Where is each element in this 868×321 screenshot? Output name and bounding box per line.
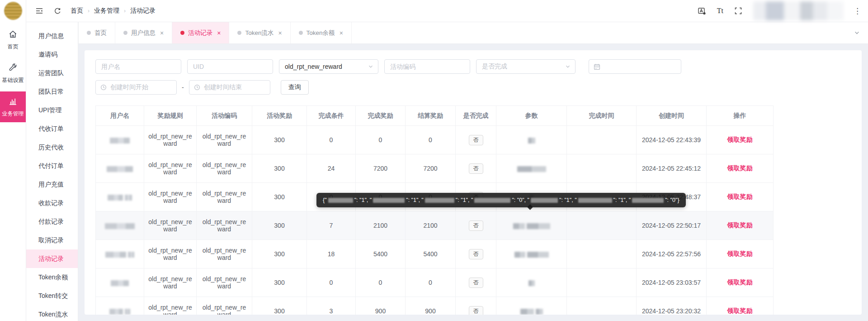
claim-reward-link[interactable]: 领取奖励	[727, 193, 753, 200]
is-complete-select[interactable]: 是否完成	[476, 59, 576, 74]
reward-rule-select[interactable]: old_rpt_new_reward	[279, 59, 378, 74]
cell-activity-reward: 300	[252, 154, 307, 183]
tab-close-icon[interactable]: ×	[160, 29, 164, 37]
right-column: 首页›业务管理›活动记录 Tt ⋮ 用户信息邀请码运营团队团队日常UPI管理代收…	[26, 0, 868, 321]
filter-row-1: old_rpt_new_reward 是否完成	[95, 59, 851, 74]
translate-icon[interactable]	[697, 6, 707, 16]
tab-label: Token余额	[307, 29, 335, 37]
sidebar-item-付款记录[interactable]: 付款记录	[26, 212, 78, 231]
main-area: 首页用户信息×活动记录×Token流水×Token余额×	[78, 22, 868, 321]
tab-dot-icon	[237, 31, 241, 35]
sidebar-item-Token余额[interactable]: Token余额	[26, 268, 78, 287]
table-row[interactable]: old_rpt_new_rewardold_rpt_new_reward3002…	[96, 154, 774, 183]
redacted-block	[474, 198, 510, 203]
rail-item-wrench[interactable]: 基础设置	[0, 58, 26, 89]
tab-close-icon[interactable]: ×	[217, 29, 221, 37]
table-row[interactable]: old_rpt_new_rewardold_rpt_new_reward3000…	[96, 126, 774, 154]
breadcrumb-item[interactable]: 业务管理	[94, 7, 119, 15]
claim-reward-link[interactable]: 领取奖励	[727, 307, 753, 314]
params-tooltip: {"": "1", "": "1", "": "1", "": "0", "":…	[316, 193, 686, 207]
breadcrumb-item: 活动记录	[130, 7, 156, 15]
sidebar-item-团队日常[interactable]: 团队日常	[26, 82, 78, 101]
sidebar-item-UPI管理[interactable]: UPI管理	[26, 101, 78, 120]
activity-code-field[interactable]	[384, 59, 470, 74]
date-picker[interactable]	[589, 59, 681, 74]
redacted-block	[514, 252, 525, 258]
username-field[interactable]	[95, 59, 181, 74]
sidebar-item-代付订单[interactable]: 代付订单	[26, 157, 78, 175]
sidebar-item-活动记录[interactable]: 活动记录	[26, 249, 78, 268]
cell-settle-reward: 2100	[406, 211, 456, 240]
cell-settle-reward: 0	[406, 126, 456, 154]
claim-reward-link[interactable]: 领取奖励	[727, 136, 753, 143]
user-avatar-area[interactable]	[753, 1, 844, 20]
create-time-end-placeholder: 创建时间结束	[204, 83, 242, 91]
sidebar-item-收款记录[interactable]: 收款记录	[26, 194, 78, 212]
breadcrumb-separator: ›	[124, 8, 126, 14]
sidebar-item-代收订单[interactable]: 代收订单	[26, 120, 78, 138]
font-size-icon[interactable]: Tt	[717, 7, 723, 15]
sidebar-item-取消记录[interactable]: 取消记录	[26, 231, 78, 249]
column-header-结算奖励: 结算奖励	[406, 106, 456, 126]
chevron-down-icon[interactable]	[846, 22, 868, 43]
sidebar-item-Token流水[interactable]: Token流水	[26, 305, 78, 321]
redacted-block	[425, 198, 454, 203]
create-time-end-picker[interactable]: 创建时间结束	[189, 80, 270, 95]
sidebar-item-邀请码[interactable]: 邀请码	[26, 45, 78, 64]
table-row[interactable]: old_rpt_new_rewardold_rpt_new_reward3003…	[96, 297, 774, 315]
cell-activity-reward: 300	[252, 240, 307, 268]
chevron-down-icon	[565, 64, 571, 69]
cell-action: 领取奖励	[707, 126, 774, 154]
rail-item-chart[interactable]: 业务管理	[0, 91, 26, 122]
cell-reward-rule: old_rpt_new_reward	[144, 211, 197, 240]
sidebar-item-运营团队[interactable]: 运营团队	[26, 64, 78, 82]
claim-reward-link[interactable]: 领取奖励	[727, 250, 753, 257]
uid-input[interactable]	[188, 60, 273, 73]
sidebar-item-用户充值[interactable]: 用户充值	[26, 175, 78, 194]
username-input[interactable]	[96, 60, 181, 73]
tab-用户信息[interactable]: 用户信息×	[115, 22, 172, 43]
filter-row-2: 创建时间开始 - 创建时间结束 查询	[95, 80, 851, 95]
table-row[interactable]: old_rpt_new_rewardold_rpt_new_reward3007…	[96, 211, 774, 240]
cell-action: 领取奖励	[707, 240, 774, 268]
breadcrumb-item[interactable]: 首页	[71, 7, 83, 15]
redacted-block	[107, 166, 133, 172]
tab-首页[interactable]: 首页	[78, 22, 115, 43]
tooltip-text-fragment: ": "1", "	[406, 197, 424, 203]
redacted-block	[108, 195, 123, 201]
create-time-start-picker[interactable]: 创建时间开始	[95, 80, 177, 95]
tab-close-icon[interactable]: ×	[278, 29, 282, 37]
more-icon[interactable]: ⋮	[854, 6, 862, 16]
menu-fold-icon[interactable]	[34, 6, 44, 16]
tab-Token余额[interactable]: Token余额×	[291, 22, 352, 43]
cell-activity-code: old_rpt_new_reward	[197, 240, 252, 268]
uid-field[interactable]	[187, 59, 273, 74]
claim-reward-link[interactable]: 领取奖励	[727, 164, 753, 172]
cell-reward-rule: old_rpt_new_reward	[144, 126, 197, 154]
cell-username	[96, 154, 144, 183]
table-row[interactable]: old_rpt_new_rewardold_rpt_new_reward3000…	[96, 268, 774, 297]
tab-Token流水[interactable]: Token流水×	[229, 22, 290, 43]
query-button[interactable]: 查询	[281, 80, 309, 95]
activity-code-input[interactable]	[385, 60, 470, 73]
status-badge: 否	[469, 249, 483, 259]
status-badge: 否	[469, 135, 483, 145]
claim-reward-link[interactable]: 领取奖励	[727, 221, 753, 229]
refresh-icon[interactable]	[52, 6, 62, 16]
cell-reward-rule: old_rpt_new_reward	[144, 240, 197, 268]
tab-dot-icon	[180, 31, 184, 35]
claim-reward-link[interactable]: 领取奖励	[727, 278, 753, 286]
redacted-block	[527, 252, 549, 258]
redacted-block	[105, 252, 126, 258]
sidebar-item-Token转交[interactable]: Token转交	[26, 287, 78, 305]
cell-username	[96, 240, 144, 268]
fullscreen-icon[interactable]	[733, 6, 743, 16]
rail-item-home[interactable]: 首页	[0, 24, 26, 55]
chart-icon	[8, 96, 18, 108]
sidebar-item-用户信息[interactable]: 用户信息	[26, 27, 78, 45]
chevron-down-icon	[368, 64, 373, 69]
tab-活动记录[interactable]: 活动记录×	[172, 22, 229, 43]
table-row[interactable]: old_rpt_new_rewardold_rpt_new_reward3001…	[96, 240, 774, 268]
tab-close-icon[interactable]: ×	[340, 29, 343, 37]
sidebar-item-历史代收[interactable]: 历史代收	[26, 138, 78, 157]
